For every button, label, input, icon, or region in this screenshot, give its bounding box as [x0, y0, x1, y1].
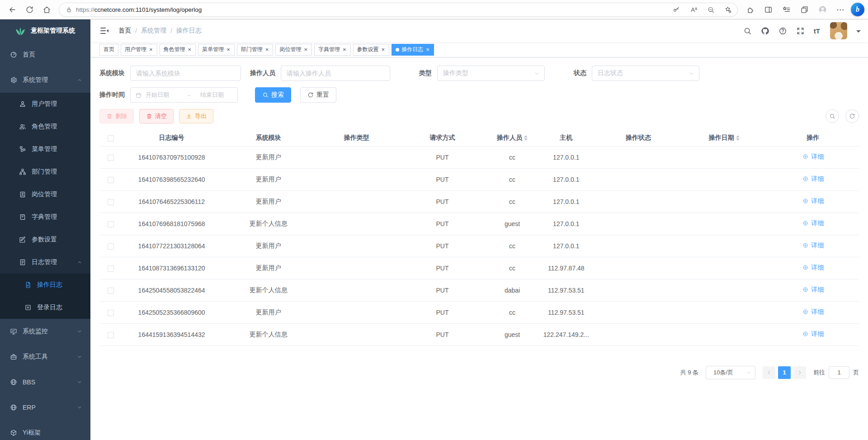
read-aloud-icon[interactable]	[687, 3, 700, 16]
tab-role-management[interactable]: 角色管理×	[160, 44, 196, 56]
row-checkbox[interactable]	[108, 199, 114, 205]
page-size-select[interactable]: 10条/页	[706, 366, 755, 379]
sidebar-item-system-management[interactable]: 系统管理	[0, 67, 90, 93]
password-key-icon[interactable]	[670, 3, 683, 16]
column-header-date[interactable]: 操作日期	[681, 130, 767, 146]
search-button[interactable]: 搜索	[255, 87, 291, 103]
help-icon[interactable]	[778, 27, 787, 35]
row-checkbox[interactable]	[108, 332, 114, 338]
detail-link[interactable]: 详细	[802, 241, 824, 250]
row-checkbox[interactable]	[108, 221, 114, 227]
extensions-icon[interactable]	[742, 2, 758, 17]
tab-menu-management[interactable]: 菜单管理×	[198, 44, 235, 56]
detail-link[interactable]: 详细	[802, 219, 824, 227]
column-header-operator[interactable]: 操作人员	[487, 130, 537, 146]
sort-caret-icon[interactable]	[524, 135, 528, 141]
tab-close-icon[interactable]: ×	[226, 47, 231, 52]
detail-link[interactable]: 详细	[802, 153, 824, 161]
add-favorite-icon[interactable]	[721, 3, 735, 16]
select-all-checkbox[interactable]	[108, 135, 114, 142]
collections-icon[interactable]	[797, 2, 812, 17]
tab-home[interactable]: 首页	[99, 44, 118, 56]
browser-home-button[interactable]	[39, 2, 54, 17]
date-range-picker[interactable]: 开始日期 - 结束日期	[130, 87, 238, 103]
tab-close-icon[interactable]: ×	[342, 47, 347, 52]
tab-close-icon[interactable]: ×	[381, 47, 386, 52]
fullscreen-icon[interactable]	[796, 27, 805, 35]
tab-dict-management[interactable]: 字典管理×	[314, 44, 351, 56]
sort-caret-icon[interactable]	[736, 135, 740, 141]
github-icon[interactable]	[761, 27, 769, 35]
prev-page-button[interactable]	[763, 366, 775, 379]
split-screen-icon[interactable]	[760, 2, 776, 17]
sidebar-item-erp[interactable]: ERP	[0, 395, 90, 420]
avatar-caret-down-icon[interactable]	[856, 30, 861, 35]
browser-menu-icon[interactable]: ⋯	[833, 2, 848, 17]
address-bar[interactable]: https://ccnetcore.com:1101/system/log/op…	[59, 3, 738, 17]
header-search-icon[interactable]	[743, 27, 752, 35]
sidebar-item-dept-management[interactable]: 部门管理	[0, 161, 90, 183]
sidebar-collapse-icon[interactable]	[99, 26, 109, 36]
export-button[interactable]: 导出	[179, 109, 213, 123]
goto-page-input[interactable]	[829, 366, 849, 379]
sidebar-item-operation-log[interactable]: 操作日志	[0, 274, 90, 296]
sidebar-item-home[interactable]: 首页	[0, 42, 90, 67]
detail-link[interactable]: 详细	[802, 330, 824, 338]
detail-link[interactable]: 详细	[802, 286, 824, 294]
status-select[interactable]: 日志状态	[592, 66, 699, 81]
sidebar-item-login-log[interactable]: 登录日志	[0, 296, 90, 319]
row-checkbox[interactable]	[108, 288, 114, 294]
sidebar-item-post-management[interactable]: 岗位管理	[0, 183, 90, 206]
user-avatar[interactable]	[830, 22, 847, 39]
row-checkbox[interactable]	[108, 177, 114, 183]
detail-link[interactable]: 详细	[802, 197, 824, 205]
tab-close-icon[interactable]: ×	[149, 47, 153, 52]
tab-dept-management[interactable]: 部门管理×	[237, 44, 274, 56]
sidebar-item-system-tools[interactable]: 系统工具	[0, 344, 90, 369]
page-number-button[interactable]: 1	[778, 366, 791, 379]
clear-button[interactable]: 清空	[139, 109, 174, 123]
sidebar-item-param-settings[interactable]: 参数设置	[0, 228, 90, 251]
zoom-out-icon[interactable]	[704, 3, 717, 16]
sidebar-item-role-management[interactable]: 角色管理	[0, 115, 90, 138]
tab-close-icon[interactable]: ×	[265, 47, 269, 52]
sidebar-item-menu-management[interactable]: 菜单管理	[0, 138, 90, 161]
refresh-table-button[interactable]	[845, 109, 859, 123]
tab-close-icon[interactable]: ×	[303, 47, 308, 52]
breadcrumb-item[interactable]: 首页	[118, 27, 131, 35]
tab-param-settings[interactable]: 参数设置×	[353, 44, 390, 56]
module-input[interactable]	[130, 66, 241, 81]
toggle-search-button[interactable]	[826, 109, 839, 123]
row-checkbox[interactable]	[108, 265, 114, 272]
browser-refresh-button[interactable]	[22, 2, 37, 17]
row-checkbox[interactable]	[108, 310, 114, 316]
delete-button[interactable]: 删除	[99, 109, 134, 123]
tab-close-icon[interactable]: ×	[425, 47, 430, 52]
font-size-icon[interactable]: tT	[814, 27, 820, 35]
doc-icon	[24, 281, 32, 289]
detail-link[interactable]: 详细	[802, 175, 824, 183]
row-checkbox[interactable]	[108, 155, 114, 161]
sidebar-item-user-management[interactable]: 用户管理	[0, 93, 90, 115]
bing-chat-icon[interactable]: b	[851, 3, 864, 16]
favorites-icon[interactable]	[778, 2, 794, 17]
sidebar-item-log-management[interactable]: 日志管理	[0, 251, 90, 274]
tab-operation-log[interactable]: 操作日志×	[392, 44, 434, 56]
sidebar-item-dict-management[interactable]: 字典管理	[0, 206, 90, 228]
sidebar-item-system-monitor[interactable]: 系统监控	[0, 319, 90, 344]
tab-post-management[interactable]: 岗位管理×	[275, 44, 312, 56]
row-checkbox[interactable]	[108, 243, 114, 250]
detail-link[interactable]: 详细	[802, 264, 824, 272]
sidebar-item-yi-framework[interactable]: Yi框架	[0, 420, 90, 440]
type-select[interactable]: 操作类型	[437, 66, 545, 81]
tab-user-management[interactable]: 用户管理×	[121, 44, 157, 56]
reset-button[interactable]: 重置	[300, 87, 336, 103]
operator-input[interactable]	[281, 66, 390, 81]
browser-back-button[interactable]	[5, 2, 20, 17]
detail-link[interactable]: 详细	[802, 308, 824, 316]
tab-close-icon[interactable]: ×	[188, 47, 192, 52]
app-logo[interactable]: 意框架管理系统	[0, 19, 90, 42]
browser-profile-avatar[interactable]	[815, 2, 830, 17]
sidebar-item-bbs[interactable]: BBS	[0, 369, 90, 395]
next-page-button[interactable]	[793, 366, 806, 379]
